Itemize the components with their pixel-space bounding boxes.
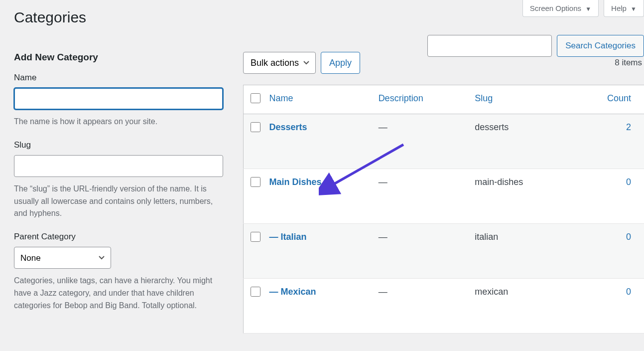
add-new-heading: Add New Category [14,52,223,63]
count-link[interactable]: 0 [626,177,631,187]
screen-options-button[interactable]: Screen Options ▼ [522,0,599,17]
caret-down-icon: ▼ [585,5,591,12]
description-cell: — [373,279,469,334]
description-cell: — [373,114,469,169]
table-row: — Italian—italian0 [244,224,644,279]
table-row: — Mexican—mexican0 [244,279,644,334]
help-button[interactable]: Help ▼ [604,0,644,17]
categories-table: Name Description Slug Count Desserts—des… [243,85,644,334]
count-link[interactable]: 0 [626,232,631,242]
search-button[interactable]: Search Categories [557,35,644,57]
row-checkbox[interactable] [251,232,260,242]
name-help: The name is how it appears on your site. [14,116,223,128]
slug-label: Slug [14,140,223,150]
name-field[interactable] [14,88,223,110]
description-cell: — [373,224,469,279]
select-all-checkbox[interactable] [251,93,260,103]
row-checkbox[interactable] [251,122,260,132]
slug-cell: italian [469,224,571,279]
col-description[interactable]: Description [373,85,469,114]
slug-cell: desserts [469,114,571,169]
slug-cell: main-dishes [469,169,571,224]
category-link[interactable]: Desserts [269,122,307,132]
search-input[interactable] [427,35,552,57]
description-cell: — [373,169,469,224]
name-label: Name [14,73,223,83]
parent-select[interactable]: None [14,247,111,269]
parent-help: Categories, unlike tags, can have a hier… [14,275,223,312]
apply-button[interactable]: Apply [321,52,360,74]
count-link[interactable]: 2 [626,122,631,132]
col-slug[interactable]: Slug [469,85,571,114]
col-count[interactable]: Count [571,85,644,114]
category-link[interactable]: — Italian [269,232,307,242]
parent-label: Parent Category [14,232,223,242]
table-row: Main Dishes—main-dishes0 [244,169,644,224]
slug-cell: mexican [469,279,571,334]
category-link[interactable]: — Mexican [269,287,316,297]
row-checkbox[interactable] [251,287,260,297]
table-row: Desserts—desserts2 [244,114,644,169]
item-count: 8 items [615,58,644,68]
caret-down-icon: ▼ [631,5,637,12]
row-checkbox[interactable] [251,177,260,187]
help-label: Help [611,4,627,12]
count-link[interactable]: 0 [626,287,631,297]
slug-field[interactable] [14,155,223,177]
bulk-actions-select[interactable]: Bulk actions [243,52,316,74]
slug-help: The “slug” is the URL-friendly version o… [14,183,223,220]
screen-options-label: Screen Options [530,4,581,12]
col-name[interactable]: Name [263,85,373,114]
category-link[interactable]: Main Dishes [269,177,322,187]
